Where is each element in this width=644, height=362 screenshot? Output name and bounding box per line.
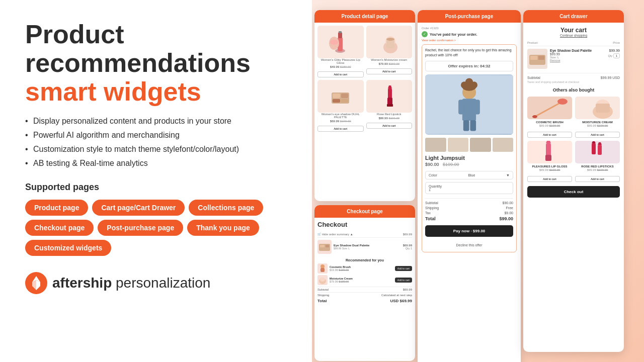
svg-point-26	[320, 278, 325, 282]
color-selector[interactable]: Color Blue ▼	[425, 171, 513, 179]
post-purchase-header: Post-purchase page	[418, 10, 521, 23]
other-item-1: COSMETIC BRUSH $99.99 $199.00 Add to car…	[527, 97, 572, 138]
feature-item: Powerful AI algorithm and merchandising	[25, 131, 287, 140]
post-subtotal-section: Subtotal $90.00 Shipping Free Tax $9.00 …	[425, 198, 513, 221]
cart-drawer-header: Cart drawer	[523, 10, 624, 23]
tag-product-page[interactable]: Product page	[25, 200, 88, 216]
recommended-label: Recommended for you	[317, 258, 412, 262]
tags-container: Product page Cart page/Cart Drawer Colle…	[25, 200, 287, 256]
svg-rect-51	[598, 145, 602, 155]
other-add-btn-1[interactable]: Add to cart	[527, 132, 572, 138]
other-item-3: PLEASURES LIP GLOSS $99.99 $199.00 Add t…	[527, 141, 572, 182]
product-item-4: Rose Red Lipstick $99.99 $199.00 Add to …	[366, 80, 413, 132]
svg-rect-21	[320, 245, 325, 247]
remove-link[interactable]: Remove	[550, 59, 606, 62]
checkout-card: Checkout page Checkout 🛒 Hide order summ…	[314, 205, 415, 361]
checkout-summary-row: 🛒 Hide order summary ▲ $69.99	[317, 231, 412, 238]
svg-rect-16	[388, 88, 392, 99]
checkout-subtotal-row: Subtotal $69.99	[317, 287, 412, 292]
product-item-2: Women's Moisturize cream $79.99 $169.00 …	[366, 26, 413, 77]
cart-col-headers: Product Price	[527, 41, 620, 46]
other-add-btn-4[interactable]: Add to cart	[575, 176, 620, 182]
svg-rect-30	[458, 100, 464, 114]
other-item-2: MOISTURIZE CREAM $99.99 $199.00 Add to c…	[575, 97, 620, 138]
quantity-selector[interactable]: Quantity 1	[425, 182, 513, 194]
product-thumbnails	[425, 138, 513, 152]
tag-post-purchase[interactable]: Post-purchase page	[98, 220, 183, 236]
svg-rect-24	[320, 268, 325, 272]
continue-shopping-link[interactable]: Continue shopping	[527, 34, 620, 37]
post-offer-box: Rachel, the last chance for only you to …	[422, 44, 517, 252]
checkout-shipping-row: Shipping Calculated at next step	[317, 292, 412, 298]
svg-rect-31	[474, 100, 480, 114]
svg-point-6	[330, 40, 338, 45]
tag-customized[interactable]: Customized widgets	[25, 240, 111, 256]
feature-item: AB testing & Real-time analytics	[25, 159, 287, 168]
svg-marker-53	[598, 142, 602, 145]
tag-collections[interactable]: Collections page	[189, 200, 263, 216]
checkout-product-row: Eye Shadow Dual Palette $99.99 Size: L $…	[317, 238, 412, 256]
logo-area: aftership personalization	[25, 272, 287, 294]
svg-rect-4	[339, 31, 342, 33]
rec-add-btn-2[interactable]: Add to cart	[395, 278, 412, 283]
product-item-3: Women's eye shadow DUAL PALETTE $69.99 $…	[317, 80, 364, 132]
feature-item: Customization style to match theme style…	[25, 145, 287, 154]
svg-rect-14	[333, 99, 340, 103]
tag-checkout[interactable]: Checkout page	[25, 220, 94, 236]
right-panel: Product detail page	[312, 0, 644, 362]
add-to-cart-btn-2[interactable]: Add to cart	[366, 68, 413, 74]
add-to-cart-btn-4[interactable]: Add to cart	[366, 123, 413, 129]
decline-button[interactable]: Decline this offer	[425, 241, 513, 249]
svg-rect-13	[341, 94, 348, 98]
svg-point-23	[320, 264, 325, 268]
product-detail-header: Product detail page	[314, 10, 415, 23]
post-timer: Offer expires in: 04:32	[425, 61, 513, 71]
post-purchase-body: Order #1323 ✓ You've paid for your order…	[418, 23, 521, 259]
svg-rect-22	[326, 245, 329, 247]
svg-rect-15	[341, 99, 348, 103]
svg-point-37	[465, 78, 473, 86]
svg-rect-32	[463, 120, 469, 131]
pay-now-button[interactable]: Pay now · $99.00	[425, 225, 513, 237]
cart-drawer-body: Your cart Continue shopping Product Pric…	[523, 23, 624, 202]
aftership-logo-icon	[25, 272, 47, 294]
product-detail-body: Women's Glitty Pleasures Lip Gloss $49.9…	[314, 23, 415, 137]
checkout-card-body: Checkout 🛒 Hide order summary ▲ $69.99 E…	[314, 218, 415, 307]
add-to-cart-btn-3[interactable]: Add to cart	[317, 126, 364, 132]
product-item-1: Women's Glitty Pleasures Lip Gloss $49.9…	[317, 26, 364, 77]
svg-rect-29	[462, 99, 476, 121]
checkout-total-row: Total USD $69.99	[317, 298, 412, 304]
svg-marker-19	[388, 85, 392, 88]
cart-subtotal-row: Subtotal $99.99 USD	[527, 73, 620, 79]
post-confirm-row: ✓ You've paid for your order.	[422, 31, 517, 37]
checkout-title: Checkout	[317, 221, 412, 228]
svg-rect-40	[538, 56, 544, 60]
tag-thank-you[interactable]: Thank you page	[187, 220, 259, 236]
svg-rect-12	[333, 94, 340, 98]
supported-pages-title: Supported pages	[25, 182, 287, 193]
svg-point-10	[386, 38, 394, 41]
qty-box[interactable]: 1	[613, 53, 620, 58]
cart-drawer-card: Cart drawer Your cart Continue shopping …	[523, 10, 624, 352]
svg-marker-52	[592, 141, 596, 143]
tag-cart-drawer[interactable]: Cart page/Cart Drawer	[92, 200, 185, 216]
logo-text: aftership personalization	[52, 275, 210, 291]
svg-rect-46	[596, 104, 610, 113]
other-item-4: ROSE RED LIPSTICKS $99.99 $199.00 Add to…	[575, 141, 620, 182]
checkout-card-header: Checkout page	[314, 205, 415, 218]
svg-point-42	[557, 99, 568, 105]
others-title: Others also bought	[527, 87, 620, 93]
product-detail-card: Product detail page	[314, 10, 415, 201]
add-to-cart-btn-1[interactable]: Add to cart	[317, 71, 364, 77]
other-add-btn-2[interactable]: Add to cart	[575, 132, 620, 138]
check-circle-icon: ✓	[422, 31, 428, 37]
svg-rect-39	[530, 56, 537, 60]
cart-checkout-btn[interactable]: Check out	[527, 186, 620, 198]
svg-rect-48	[545, 155, 551, 161]
svg-line-41	[535, 102, 562, 117]
cart-product-row: Eye Shadow Dual Palette $99.99 Size: L R…	[527, 49, 620, 69]
svg-marker-49	[546, 141, 551, 143]
svg-rect-33	[470, 120, 476, 131]
rec-add-btn-1[interactable]: Add to cart	[395, 266, 412, 271]
other-add-btn-3[interactable]: Add to cart	[527, 176, 572, 182]
